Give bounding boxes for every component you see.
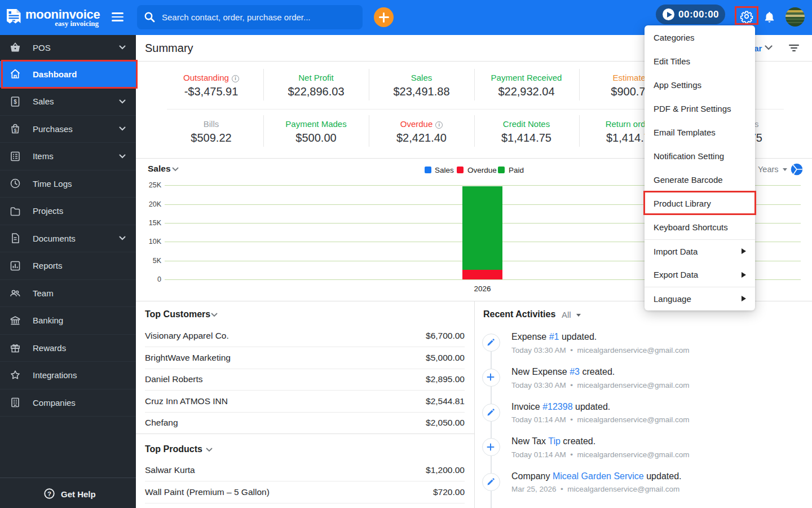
svg-text:$: $ xyxy=(14,98,17,104)
svg-text:$: $ xyxy=(14,128,17,133)
svg-text:?: ? xyxy=(47,491,51,497)
